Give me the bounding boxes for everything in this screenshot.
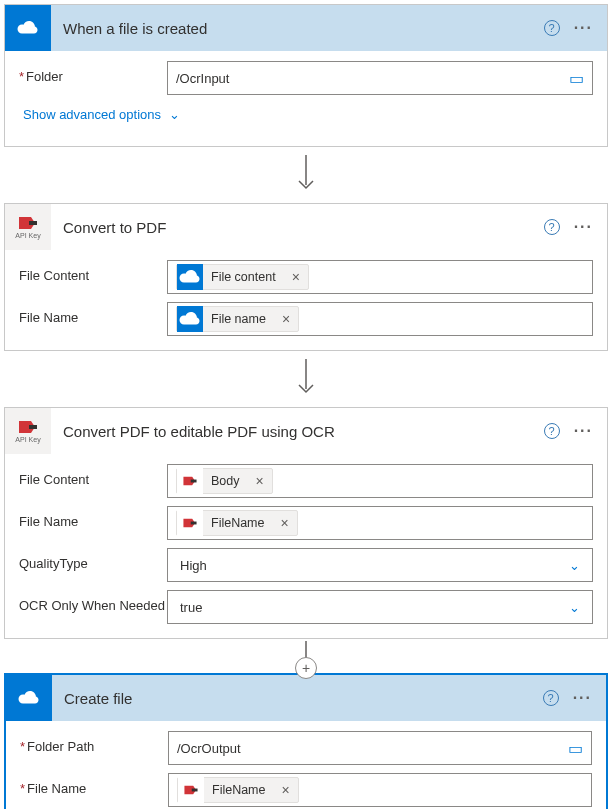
- folder-picker-icon[interactable]: ▭: [568, 739, 583, 758]
- connector-arrow: [4, 351, 608, 407]
- card-header[interactable]: API KeyConvert PDF to editable PDF using…: [5, 408, 607, 454]
- connector-arrow: [4, 147, 608, 203]
- field-row: File NameFileName×: [19, 506, 593, 540]
- card-header[interactable]: API KeyConvert to PDF?···: [5, 204, 607, 250]
- field-label: *Folder Path: [20, 731, 168, 754]
- help-icon[interactable]: ?: [544, 20, 560, 36]
- card-header[interactable]: When a file is created?···: [5, 5, 607, 51]
- more-icon[interactable]: ···: [573, 689, 592, 707]
- field-row: QualityTypeHigh⌄: [19, 548, 593, 582]
- apikey-icon: [178, 777, 204, 803]
- field-row: File NameFile name×: [19, 302, 593, 336]
- dynamic-token[interactable]: File name×: [176, 306, 299, 332]
- folder-input[interactable]: /OcrInput▭: [167, 61, 593, 95]
- field-label: OCR Only When Needed: [19, 590, 167, 613]
- token-remove-icon[interactable]: ×: [274, 311, 298, 327]
- folder-picker-icon[interactable]: ▭: [569, 69, 584, 88]
- step-card-convert: API KeyConvert to PDF?···File ContentFil…: [4, 203, 608, 351]
- add-step-button[interactable]: +: [295, 657, 317, 679]
- field-label: *Folder: [19, 61, 167, 84]
- field-row: File ContentBody×: [19, 464, 593, 498]
- field-row: OCR Only When Neededtrue⌄: [19, 590, 593, 624]
- help-icon[interactable]: ?: [543, 690, 559, 706]
- token-remove-icon[interactable]: ×: [248, 473, 272, 489]
- dynamic-token[interactable]: FileName×: [177, 777, 299, 803]
- apikey-icon: API Key: [5, 204, 51, 250]
- token-input[interactable]: Body×: [167, 464, 593, 498]
- token-input[interactable]: File name×: [167, 302, 593, 336]
- onedrive-icon: [5, 5, 51, 51]
- token-label: File content: [203, 270, 284, 284]
- more-icon[interactable]: ···: [574, 19, 593, 37]
- step-card-trigger: When a file is created?···*Folder/OcrInp…: [4, 4, 608, 147]
- step-card-ocr: API KeyConvert PDF to editable PDF using…: [4, 407, 608, 639]
- chevron-down-icon: ⌄: [169, 107, 180, 122]
- field-row: *File NameFileName×: [20, 773, 592, 807]
- folder-value: /OcrInput: [176, 71, 569, 86]
- step-card-createfile: Create file?···*Folder Path/OcrOutput▭*F…: [4, 673, 608, 809]
- more-icon[interactable]: ···: [574, 218, 593, 236]
- token-input[interactable]: FileName×: [167, 506, 593, 540]
- dynamic-token[interactable]: File content×: [176, 264, 309, 290]
- step-title: Convert PDF to editable PDF using OCR: [51, 423, 544, 440]
- folder-value: /OcrOutput: [177, 741, 568, 756]
- show-advanced-link[interactable]: Show advanced options⌄: [23, 103, 180, 132]
- field-label: *File Name: [20, 773, 168, 796]
- token-remove-icon[interactable]: ×: [274, 782, 298, 798]
- step-title: Convert to PDF: [51, 219, 544, 236]
- apikey-icon: [177, 510, 203, 536]
- field-row: *Folder/OcrInput▭: [19, 61, 593, 95]
- more-icon[interactable]: ···: [574, 422, 593, 440]
- token-label: FileName: [204, 783, 274, 797]
- dynamic-token[interactable]: Body×: [176, 468, 273, 494]
- select-input[interactable]: true⌄: [167, 590, 593, 624]
- help-icon[interactable]: ?: [544, 423, 560, 439]
- field-row: File ContentFile content×: [19, 260, 593, 294]
- apikey-icon: API Key: [5, 408, 51, 454]
- card-header[interactable]: Create file?···: [6, 675, 606, 721]
- field-label: QualityType: [19, 548, 167, 571]
- field-label: File Name: [19, 506, 167, 529]
- token-label: FileName: [203, 516, 273, 530]
- select-value: true: [180, 600, 202, 615]
- token-label: Body: [203, 474, 248, 488]
- step-title: Create file: [52, 690, 543, 707]
- dynamic-token[interactable]: FileName×: [176, 510, 298, 536]
- field-row: *Folder Path/OcrOutput▭: [20, 731, 592, 765]
- token-input[interactable]: File content×: [167, 260, 593, 294]
- folder-input[interactable]: /OcrOutput▭: [168, 731, 592, 765]
- field-label: File Content: [19, 464, 167, 487]
- onedrive-icon: [177, 264, 203, 290]
- step-title: When a file is created: [51, 20, 544, 37]
- token-label: File name: [203, 312, 274, 326]
- token-input[interactable]: FileName×: [168, 773, 592, 807]
- onedrive-icon: [6, 675, 52, 721]
- onedrive-icon: [177, 306, 203, 332]
- chevron-down-icon: ⌄: [569, 558, 580, 573]
- field-label: File Name: [19, 302, 167, 325]
- help-icon[interactable]: ?: [544, 219, 560, 235]
- field-label: File Content: [19, 260, 167, 283]
- select-input[interactable]: High⌄: [167, 548, 593, 582]
- connector: +: [4, 639, 608, 673]
- select-value: High: [180, 558, 207, 573]
- token-remove-icon[interactable]: ×: [273, 515, 297, 531]
- apikey-icon: [177, 468, 203, 494]
- chevron-down-icon: ⌄: [569, 600, 580, 615]
- token-remove-icon[interactable]: ×: [284, 269, 308, 285]
